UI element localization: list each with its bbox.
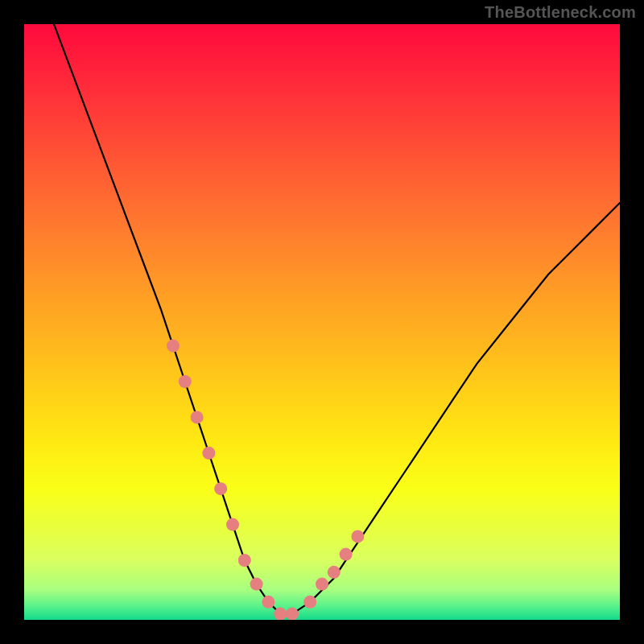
highlight-dot: [167, 340, 180, 353]
watermark-text: TheBottleneck.com: [485, 3, 636, 22]
highlight-dot: [274, 608, 287, 620]
highlight-layer: [167, 340, 364, 620]
highlight-dot: [328, 566, 341, 579]
highlight-dot: [250, 578, 263, 591]
highlight-dot: [340, 548, 353, 561]
highlight-dot: [179, 375, 192, 388]
highlight-dot: [351, 530, 364, 543]
plot-area: [24, 24, 620, 620]
highlight-dot: [238, 554, 251, 567]
highlight-dot: [202, 447, 215, 460]
highlight-dot: [214, 482, 227, 495]
chart-frame: TheBottleneck.com: [0, 0, 644, 644]
bottleneck-curve: [54, 24, 620, 614]
highlight-dot: [303, 596, 316, 609]
highlight-dot: [226, 518, 239, 531]
highlight-dot: [262, 596, 275, 609]
highlight-dot: [286, 608, 299, 620]
highlight-dot: [316, 578, 328, 591]
chart-svg: [24, 24, 620, 620]
highlight-dot: [191, 411, 204, 423]
